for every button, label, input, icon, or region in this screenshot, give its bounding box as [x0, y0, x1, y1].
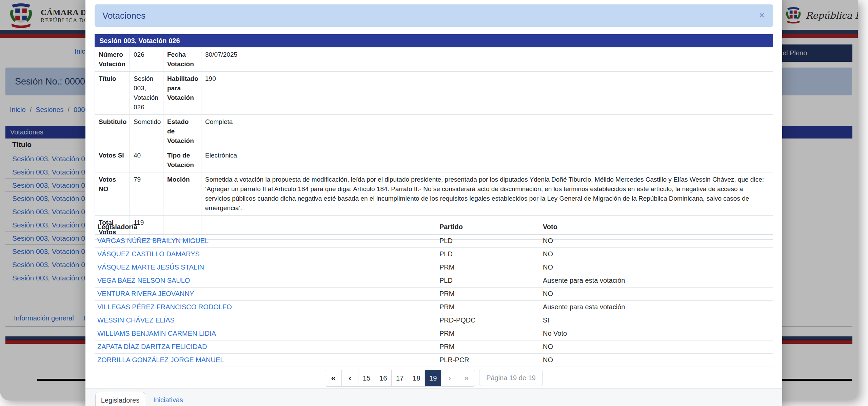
legislator-name-cell: WESSIN CHÁVEZ ELÍAS	[95, 314, 437, 327]
column-header-partido: Partido	[437, 220, 540, 234]
detail-row: Número Votación026Fecha Votación30/07/20…	[95, 48, 773, 72]
legislator-link[interactable]: VÁSQUEZ MARTE JESÚS STALIN	[97, 263, 204, 271]
detail-label: Habilitado para Votación	[163, 72, 201, 115]
detail-value: Sometida a votación la propuesta de modi…	[201, 172, 773, 216]
legislator-row: VENTURA RIVERA JEOVANNYPRMNO	[95, 287, 773, 300]
legislator-vote-cell: NO	[540, 261, 773, 274]
tab-iniciativas[interactable]: Iniciativas	[153, 396, 183, 404]
page-19-button[interactable]: 19	[425, 370, 441, 386]
vote-section-header: Sesión 003, Votación 026	[95, 34, 773, 47]
first-page-button[interactable]: «	[325, 370, 342, 386]
detail-value: 40	[130, 148, 163, 172]
legislator-row: VEGA BÁEZ NELSON SAULOPLDAusente para es…	[95, 274, 773, 287]
close-icon[interactable]: ✕	[759, 4, 765, 27]
legislator-vote-cell: SI	[540, 314, 773, 327]
detail-label: Estado de Votación	[163, 115, 201, 148]
legislator-link[interactable]: ZORRILLA GONZÁLEZ JORGE MANUEL	[97, 356, 224, 364]
tab-legisladores[interactable]: Legisladores	[95, 392, 145, 406]
legislator-link[interactable]: VENTURA RIVERA JEOVANNY	[97, 290, 194, 297]
page-15-button[interactable]: 15	[358, 370, 375, 386]
legislator-link[interactable]: ZAPATA DÍAZ DARITZA FELICIDAD	[97, 343, 207, 350]
detail-label: Título	[95, 72, 130, 115]
legislator-vote-cell: NO	[540, 234, 773, 247]
detail-value: 79	[130, 172, 163, 216]
detail-label: Votos NO	[95, 172, 130, 216]
legislator-party-cell: PRM	[437, 340, 540, 353]
detail-row: SubtituloSometidoEstado de VotaciónCompl…	[95, 115, 773, 148]
next-page-button: ›	[441, 370, 458, 386]
vote-section-title: Sesión 003, Votación 026	[99, 34, 180, 47]
legislators-header-row: Legislador/a Partido Voto	[95, 220, 773, 234]
pagination-button-group: «‹1516171819›»	[325, 370, 475, 387]
legislator-vote-cell: Ausente para esta votación	[540, 274, 773, 287]
detail-label: Moción	[163, 172, 201, 216]
legislators-table: Legislador/a Partido Voto VARGAS NÚÑEZ B…	[95, 220, 773, 367]
legislator-vote-cell: NO	[540, 340, 773, 353]
legislator-party-cell: PRD-PQDC	[437, 314, 540, 327]
legislator-party-cell: PRM	[437, 261, 540, 274]
column-header-legislador: Legislador/a	[95, 220, 437, 234]
legislator-link[interactable]: WESSIN CHÁVEZ ELÍAS	[97, 316, 175, 324]
legislator-vote-cell: NO	[540, 287, 773, 300]
legislator-row: VÁSQUEZ CASTILLO DAMARYSPLDNO	[95, 247, 773, 261]
legislator-name-cell: VÁSQUEZ CASTILLO DAMARYS	[95, 247, 437, 261]
detail-value: Electrónica	[201, 148, 773, 172]
detail-value: Sesión 003, Votación 026	[130, 72, 163, 115]
modal-tabs-bar: Legisladores Iniciativas	[85, 388, 782, 406]
detail-value: Sometido	[130, 115, 163, 148]
legislator-row: WESSIN CHÁVEZ ELÍASPRD-PQDCSI	[95, 314, 773, 327]
detail-row: Votos SI40Tipo de VotaciónElectrónica	[95, 148, 773, 172]
pagination-page-label: Página 19 de 19	[479, 370, 543, 386]
legislator-row: WILLIAMS BENJAMÍN CARMEN LIDIAPRMNo Voto	[95, 327, 773, 340]
legislator-row: VÁSQUEZ MARTE JESÚS STALINPRMNO	[95, 261, 773, 274]
modal-title: Votaciones	[102, 4, 145, 27]
page-18-button[interactable]: 18	[408, 370, 425, 386]
legislator-row: ZORRILLA GONZÁLEZ JORGE MANUELPLR-PCRNO	[95, 353, 773, 367]
legislator-vote-cell: Ausente para esta votación	[540, 300, 773, 314]
legislator-name-cell: WILLIAMS BENJAMÍN CARMEN LIDIA	[95, 327, 437, 340]
legislator-link[interactable]: WILLIAMS BENJAMÍN CARMEN LIDIA	[97, 330, 216, 337]
legislator-link[interactable]: VEGA BÁEZ NELSON SAULO	[97, 277, 190, 284]
legislator-party-cell: PLR-PCR	[437, 353, 540, 367]
legislator-vote-cell: NO	[540, 247, 773, 261]
legislator-row: VILLEGAS PÉREZ FRANCISCO RODOLFOPRMAusen…	[95, 300, 773, 314]
legislator-vote-cell: NO	[540, 353, 773, 367]
legislator-name-cell: VENTURA RIVERA JEOVANNY	[95, 287, 437, 300]
legislator-name-cell: VILLEGAS PÉREZ FRANCISCO RODOLFO	[95, 300, 437, 314]
detail-label: Número Votación	[95, 48, 130, 72]
legislator-link[interactable]: VARGAS NÚÑEZ BRAILYN MIGUEL	[97, 237, 209, 244]
legislator-row: ZAPATA DÍAZ DARITZA FELICIDADPRMNO	[95, 340, 773, 353]
column-header-voto: Voto	[540, 220, 773, 234]
legislator-party-cell: PLD	[437, 274, 540, 287]
legislator-link[interactable]: VÁSQUEZ CASTILLO DAMARYS	[97, 250, 200, 258]
prev-page-button[interactable]: ‹	[342, 370, 358, 386]
legislator-name-cell: VÁSQUEZ MARTE JESÚS STALIN	[95, 261, 437, 274]
legislator-name-cell: ZAPATA DÍAZ DARITZA FELICIDAD	[95, 340, 437, 353]
detail-value: 30/07/2025	[201, 48, 773, 72]
legislator-link[interactable]: VILLEGAS PÉREZ FRANCISCO RODOLFO	[97, 303, 232, 311]
legislator-party-cell: PRM	[437, 287, 540, 300]
detail-row: Votos NO79MociónSometida a votación la p…	[95, 172, 773, 216]
page-17-button[interactable]: 17	[392, 370, 408, 386]
detail-label: Votos SI	[95, 148, 130, 172]
last-page-button: »	[458, 370, 475, 386]
legislator-party-cell: PRM	[437, 327, 540, 340]
detail-value: 026	[130, 48, 163, 72]
detail-row: TítuloSesión 003, Votación 026Habilitado…	[95, 72, 773, 115]
modal-header: Votaciones ✕	[95, 4, 773, 27]
legislator-vote-cell: No Voto	[540, 327, 773, 340]
legislator-name-cell: ZORRILLA GONZÁLEZ JORGE MANUEL	[95, 353, 437, 367]
votaciones-modal: Votaciones ✕ Sesión 003, Votación 026 Nú…	[85, 0, 782, 406]
page-16-button[interactable]: 16	[375, 370, 392, 386]
detail-value: 190	[201, 72, 773, 115]
legislator-row: VARGAS NÚÑEZ BRAILYN MIGUELPLDNO	[95, 234, 773, 247]
legislator-name-cell: VARGAS NÚÑEZ BRAILYN MIGUEL	[95, 234, 437, 247]
detail-label: Tipo de Votación	[163, 148, 201, 172]
detail-value: Completa	[201, 115, 773, 148]
pagination: «‹1516171819›» Página 19 de 19	[95, 370, 773, 387]
legislator-party-cell: PLD	[437, 247, 540, 261]
detail-label: Subtitulo	[95, 115, 130, 148]
legislator-name-cell: VEGA BÁEZ NELSON SAULO	[95, 274, 437, 287]
detail-label: Fecha Votación	[163, 48, 201, 72]
legislator-party-cell: PRM	[437, 300, 540, 314]
